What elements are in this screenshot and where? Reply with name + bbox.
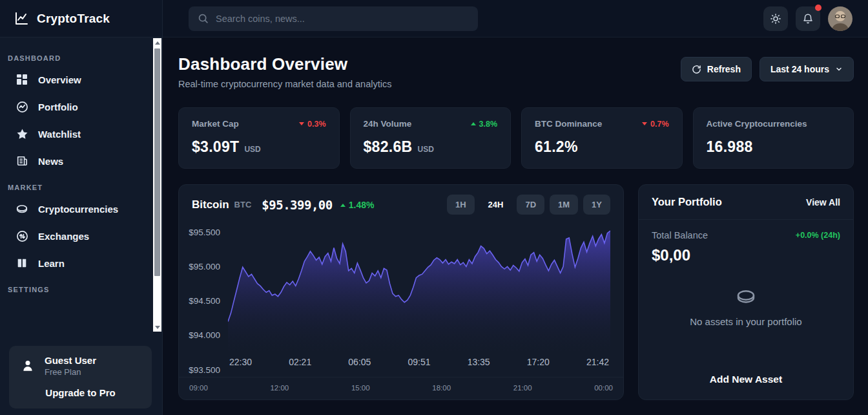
stat-label: 24h Volume — [364, 119, 412, 129]
add-new-asset-button[interactable]: Add New Asset — [652, 367, 840, 388]
newspaper-icon — [16, 154, 28, 167]
stat-label: Active Cryptocurrencies — [707, 119, 807, 129]
notifications-button[interactable] — [796, 6, 820, 31]
stat-card-24h-volume: 24h Volume 3.8% $82.6B USD — [350, 107, 512, 169]
y-tick: $94.500 — [189, 296, 220, 306]
stats-row: Market Cap 0.3% $3.09T USD 24h Volume 3.… — [178, 107, 854, 169]
book-icon — [16, 257, 28, 270]
sidebar-item-watchlist[interactable]: Watchlist — [0, 120, 162, 147]
sidebar: CryptoTrack DASHBOARD Overview — [0, 0, 163, 415]
guest-user-card: Guest User Free Plan Upgrade to Pro — [9, 346, 152, 409]
coin-name: Bitcoin — [192, 198, 229, 211]
sun-icon — [770, 13, 781, 25]
scrollbar-thumb[interactable] — [154, 48, 160, 276]
y-tick: $93.500 — [189, 365, 220, 374]
search-icon — [198, 13, 209, 24]
x-tick: 17:20 — [527, 357, 550, 367]
x-tick: 09:51 — [408, 357, 430, 367]
stat-value: 61.2% — [535, 138, 578, 156]
brand-name: CryptoTrack — [37, 12, 110, 26]
sidebar-item-portfolio[interactable]: Portfolio — [0, 93, 162, 120]
timeframe-24h[interactable]: 24H — [480, 195, 512, 215]
y-tick: $95.500 — [189, 227, 220, 237]
coin-symbol: BTC — [234, 200, 252, 209]
search-box[interactable] — [189, 6, 478, 31]
stat-value: $82.6B — [364, 138, 413, 156]
sidebar-item-label: Overview — [38, 74, 81, 85]
exchange-icon — [16, 229, 28, 242]
chevron-down-icon — [835, 65, 843, 73]
x-tick: 13:35 — [468, 357, 490, 367]
x-tick: 22:30 — [229, 357, 252, 367]
y-tick: $95.000 — [189, 261, 220, 271]
star-icon — [16, 127, 28, 140]
stat-card-active-cryptocurrencies: Active Cryptocurrencies 16.988 — [693, 107, 854, 169]
stat-label: Market Cap — [192, 119, 239, 129]
main-content: Dashboard Overview Real-time cryptocurre… — [163, 37, 868, 415]
bell-icon — [802, 13, 814, 25]
stat-change-1: 3.8% — [471, 120, 498, 129]
app-root: CryptoTrack DASHBOARD Overview — [0, 0, 868, 415]
coin-icon — [16, 202, 28, 215]
timeframe-7d[interactable]: 7D — [517, 195, 544, 215]
sidebar-item-cryptocurrencies[interactable]: Cryptocurrencies — [0, 195, 162, 222]
portfolio-title: Your Portfolio — [652, 196, 722, 208]
sidebar-scrollbar[interactable] — [153, 38, 161, 332]
upgrade-to-pro-button[interactable]: Upgrade to Pro — [19, 387, 141, 398]
timeframe-1y[interactable]: 1Y — [583, 195, 610, 215]
stat-change-2: 0.7% — [642, 120, 669, 129]
chart-line-icon — [13, 10, 30, 27]
scrollbar-up-arrow-icon[interactable] — [153, 38, 161, 47]
chart-x-axis-outer: 09:0012:0015:0018:0021:0000:00 — [179, 377, 623, 399]
x-tick-outer: 09:00 — [189, 384, 208, 392]
theme-toggle-button[interactable] — [763, 6, 788, 31]
coin-chart-icon — [16, 100, 28, 113]
timeframe-1m[interactable]: 1M — [550, 195, 578, 215]
user-icon — [19, 357, 36, 374]
time-range-dropdown[interactable]: Last 24 hours — [760, 57, 854, 81]
coin-change: 1.48% — [340, 200, 375, 210]
nav-section-dashboard: DASHBOARD — [0, 45, 162, 66]
empty-portfolio-text: No assets in your portfolio — [690, 316, 801, 327]
stat-unit: USD — [244, 145, 260, 154]
x-tick: 21:42 — [586, 357, 609, 367]
sidebar-item-label: Portfolio — [38, 101, 78, 112]
stat-label: BTC Dominance — [535, 119, 602, 129]
coin-price: $95.399,00 — [262, 198, 332, 212]
balance-change: +0.0% (24h) — [796, 231, 840, 240]
avatar[interactable] — [828, 6, 852, 31]
sidebar-item-label: Cryptocurrencies — [38, 204, 118, 215]
chart-x-axis-inner: 22:3002:2106:0509:5113:3517:2021:42 — [228, 351, 610, 373]
view-all-button[interactable]: View All — [806, 197, 840, 208]
x-tick-outer: 15:00 — [351, 384, 370, 392]
sidebar-item-label: Exchanges — [38, 231, 89, 242]
stat-unit: USD — [417, 145, 433, 154]
bitcoin-chart-card: Bitcoin BTC $95.399,00 1.48% 1H24H7D1M1Y… — [178, 184, 624, 400]
page-title: Dashboard Overview — [178, 54, 391, 74]
refresh-button[interactable]: Refresh — [681, 57, 752, 81]
nav-section-settings: SETTINGS — [0, 277, 162, 297]
sidebar-item-exchanges[interactable]: Exchanges — [0, 222, 162, 250]
price-chart-plot[interactable] — [228, 225, 610, 351]
sidebar-item-news[interactable]: News — [0, 147, 162, 175]
stat-card-market-cap: Market Cap 0.3% $3.09T USD — [178, 107, 340, 169]
brand: CryptoTrack — [0, 0, 162, 37]
sidebar-item-label: Learn — [38, 258, 65, 269]
portfolio-card: Your Portfolio View All Total Balance +0… — [638, 184, 854, 400]
coin-icon — [734, 288, 758, 307]
refresh-icon — [692, 65, 701, 74]
sidebar-item-learn[interactable]: Learn — [0, 250, 162, 277]
timeframe-1h[interactable]: 1H — [447, 195, 475, 215]
search-input[interactable] — [216, 14, 469, 24]
y-tick: $94.000 — [189, 330, 220, 340]
scrollbar-down-arrow-icon[interactable] — [153, 323, 161, 332]
sidebar-item-overview[interactable]: Overview — [0, 66, 162, 93]
price-chart-svg — [228, 225, 610, 351]
nav-section-market: MARKET — [0, 175, 162, 195]
sidebar-item-label: Watchlist — [38, 129, 81, 140]
topbar — [163, 0, 868, 37]
stat-card-btc-dominance: BTC Dominance 0.7% 61.2% — [521, 107, 683, 169]
guest-user-plan: Free Plan — [45, 367, 96, 377]
page-subtitle: Real-time cryptocurrency market data and… — [178, 79, 391, 89]
x-tick-outer: 12:00 — [270, 384, 289, 392]
